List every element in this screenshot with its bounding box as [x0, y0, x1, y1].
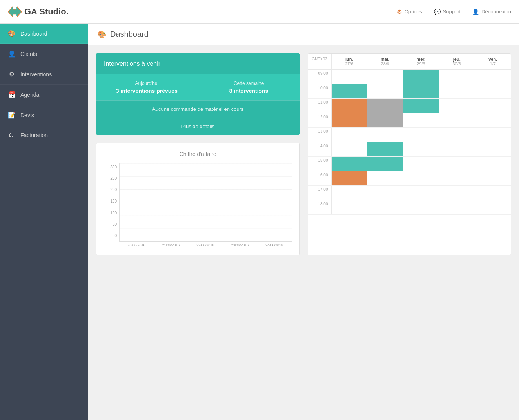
cell-mer-1400 — [403, 142, 439, 156]
cell-lun-1400 — [332, 142, 368, 156]
x-label-1: 20/06/2016 — [122, 243, 151, 247]
sidebar-item-facturation[interactable]: 🗂 Facturation — [0, 125, 88, 145]
cell-ven-1200 — [475, 113, 511, 127]
cell-mer-1300 — [403, 128, 439, 142]
topnav-right: ⚙ Options 💬 Support 👤 Déconnexion — [397, 9, 511, 15]
cell-mer-1600 — [403, 171, 439, 185]
time-1500: 15:00 — [308, 157, 332, 171]
week-stat: Cette semaine 8 interventions — [198, 74, 300, 100]
time-1700: 17:00 — [308, 186, 332, 200]
cell-mar-1500 — [367, 157, 403, 171]
sidebar-item-clients[interactable]: 👤 Clients — [0, 44, 88, 64]
support-button[interactable]: 💬 Support — [434, 9, 461, 15]
cell-lun-1300 — [332, 128, 368, 142]
cell-mer-1500 — [403, 157, 439, 171]
options-label: Options — [405, 9, 422, 14]
sidebar-item-label: Clients — [20, 51, 37, 57]
sidebar: 🎨 Dashboard 👤 Clients ⚙ Interventions 📅 … — [0, 24, 88, 420]
x-label-2: 21/06/2016 — [157, 243, 185, 247]
time-1000: 10:00 — [308, 84, 332, 98]
y-label-100: 100 — [104, 211, 117, 215]
dashboard-icon: 🎨 — [8, 30, 16, 37]
cell-jeu-1500 — [439, 157, 475, 171]
time-1600: 16:00 — [308, 171, 332, 185]
sidebar-item-interventions[interactable]: ⚙ Interventions — [0, 64, 88, 85]
cell-ven-1100 — [475, 99, 511, 113]
devis-icon: 📝 — [8, 111, 16, 119]
cell-mar-1600 — [367, 171, 403, 185]
cal-row-1500: 15:00 — [308, 157, 511, 171]
cal-row-0900: 09:00 — [308, 70, 511, 84]
cell-mer-1200 — [403, 113, 439, 127]
sidebar-item-dashboard[interactable]: 🎨 Dashboard — [0, 24, 88, 44]
deconnexion-label: Déconnexion — [481, 9, 511, 14]
cell-mer-1100 — [403, 99, 439, 113]
cal-row-1100: 11:00 — [308, 99, 511, 113]
agenda-icon: 📅 — [8, 91, 16, 98]
logo[interactable]: GA Studio. — [8, 5, 69, 19]
left-column: Interventions à venir Aujourd'hui 3 inte… — [96, 53, 300, 255]
time-1800: 18:00 — [308, 200, 332, 214]
time-0900: 09:00 — [308, 70, 332, 84]
logo-text: GA Studio. — [24, 7, 69, 17]
cell-mar-1400 — [367, 142, 403, 156]
day-mar: mar. 28/6 — [367, 54, 403, 69]
y-label-250: 250 — [104, 176, 117, 181]
sidebar-item-label: Dashboard — [20, 31, 47, 37]
cell-ven-0900 — [475, 70, 511, 84]
day-lun: lun. 27/6 — [332, 54, 368, 69]
cell-mar-1700 — [367, 186, 403, 200]
options-button[interactable]: ⚙ Options — [397, 9, 422, 15]
cell-jeu-1200 — [439, 113, 475, 127]
main-layout: 🎨 Dashboard 👤 Clients ⚙ Interventions 📅 … — [0, 24, 519, 420]
sidebar-item-label: Interventions — [20, 71, 52, 78]
cell-jeu-1700 — [439, 186, 475, 200]
details-row[interactable]: Plus de détails — [96, 118, 300, 135]
week-label: Cette semaine — [206, 81, 292, 86]
cal-row-1600: 16:00 — [308, 171, 511, 186]
time-1200: 12:00 — [308, 113, 332, 127]
sidebar-item-agenda[interactable]: 📅 Agenda — [0, 85, 88, 105]
support-label: Support — [443, 9, 461, 14]
cell-mar-1200 — [367, 113, 403, 127]
y-label-200: 200 — [104, 188, 117, 192]
facturation-icon: 🗂 — [8, 132, 16, 139]
y-label-0: 0 — [104, 234, 117, 238]
cal-row-1400: 14:00 — [308, 142, 511, 157]
cell-mer-0900 — [403, 70, 439, 84]
cell-ven-1400 — [475, 142, 511, 156]
deconnexion-button[interactable]: 👤 Déconnexion — [472, 9, 511, 15]
cell-lun-1800 — [332, 200, 368, 214]
cell-ven-1600 — [475, 171, 511, 185]
commande-row: Aucune commande de matériel en cours — [96, 100, 300, 118]
cell-mar-1300 — [367, 128, 403, 142]
cell-ven-1700 — [475, 186, 511, 200]
cell-mar-1800 — [367, 200, 403, 214]
cell-ven-1500 — [475, 157, 511, 171]
cell-mar-0900 — [367, 70, 403, 84]
sidebar-item-label: Facturation — [20, 132, 48, 138]
cal-row-1800: 18:00 — [308, 200, 511, 215]
svg-marker-1 — [9, 7, 21, 16]
chart-card: Chiffre d'affaire 300 250 200 150 100 50… — [96, 143, 300, 255]
support-icon: 💬 — [434, 9, 441, 15]
dashboard-grid: Interventions à venir Aujourd'hui 3 inte… — [96, 53, 511, 255]
sidebar-item-devis[interactable]: 📝 Devis — [0, 105, 88, 125]
x-label-3: 22/06/2016 — [191, 243, 220, 247]
chart-title: Chiffre d'affaire — [104, 151, 292, 157]
x-label-5: 24/06/2016 — [260, 243, 289, 247]
user-icon: 👤 — [472, 9, 479, 15]
calendar-body: 09:00 10:00 — [308, 70, 511, 215]
day-mer: mer. 29/6 — [403, 54, 439, 69]
cell-jeu-1300 — [439, 128, 475, 142]
content: 🎨 Dashboard Interventions à venir Aujour… — [88, 24, 519, 420]
cell-lun-1700 — [332, 186, 368, 200]
cell-mer-1800 — [403, 200, 439, 214]
time-1300: 13:00 — [308, 128, 332, 142]
cell-mar-1100 — [367, 99, 403, 113]
interventions-footer: Aucune commande de matériel en cours Plu… — [96, 100, 300, 135]
cell-jeu-1600 — [439, 171, 475, 185]
cell-lun-1500 — [332, 157, 368, 171]
day-ven: ven. 1/7 — [475, 54, 511, 69]
topnav: GA Studio. ⚙ Options 💬 Support 👤 Déconne… — [0, 0, 519, 24]
